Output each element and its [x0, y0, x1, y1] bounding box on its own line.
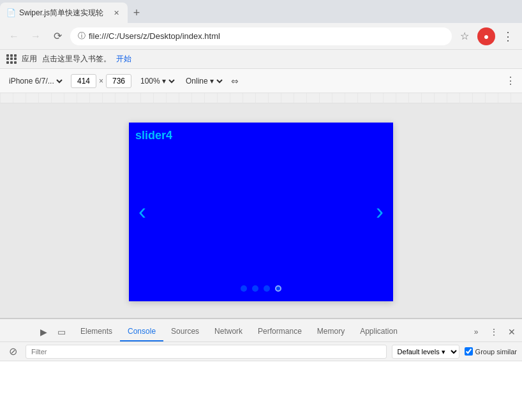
- tab-close-button[interactable]: ✕: [111, 8, 121, 18]
- slider-label: slider4: [135, 129, 172, 142]
- close-devtools-button[interactable]: ✕: [504, 324, 519, 340]
- devtools-icons: » ⋮ ✕: [468, 324, 522, 341]
- apps-icon: [6, 54, 19, 64]
- tab-favicon: 📄: [6, 8, 15, 17]
- dot-2[interactable]: [252, 285, 258, 292]
- back-button[interactable]: ←: [5, 27, 23, 45]
- slider-next-button[interactable]: ›: [376, 199, 384, 225]
- bookmark-link[interactable]: 开始: [116, 54, 131, 64]
- filter-input[interactable]: [26, 345, 387, 359]
- devtools-tabs: ▶ ▭ Elements Console Sources Network Per…: [0, 319, 522, 342]
- more-tabs-button[interactable]: »: [468, 324, 484, 340]
- tab-performance[interactable]: Performance: [250, 322, 309, 341]
- address-field[interactable]: [89, 27, 444, 45]
- account-button[interactable]: ●: [477, 27, 495, 45]
- device-toolbar: iPhone 6/7/... × 100% ▾ Online ▾ ⇔ ⋮: [0, 69, 522, 93]
- width-input[interactable]: [71, 74, 96, 88]
- reload-button[interactable]: ⟳: [48, 27, 66, 45]
- viewport: slider4 ‹ ›: [0, 103, 522, 318]
- tab-elements[interactable]: Elements: [73, 322, 120, 341]
- dot-3[interactable]: [264, 285, 270, 292]
- security-icon: ⓘ: [78, 31, 86, 41]
- group-similar-label: Group similar: [475, 348, 517, 356]
- tab-console[interactable]: Console: [120, 322, 163, 341]
- dimension-separator: ×: [99, 77, 103, 86]
- devtools-content: [0, 361, 522, 420]
- active-tab[interactable]: 📄 Swiper.js简单快速实现轮 ✕: [0, 3, 128, 23]
- devtools-left-icons: ▶ ▭: [32, 324, 73, 341]
- slider-container: slider4 ‹ ›: [129, 123, 393, 301]
- log-level-select[interactable]: Default levels ▾: [392, 345, 459, 359]
- devtools-toolbar: ⊘ Default levels ▾ Group similar: [0, 342, 522, 361]
- height-input[interactable]: [106, 74, 131, 88]
- ruler-horizontal: [0, 93, 522, 103]
- group-similar-checkbox-group: Group similar: [465, 347, 517, 356]
- dot-1[interactable]: [241, 285, 247, 292]
- phone-viewport: slider4 ‹ ›: [129, 123, 393, 301]
- group-similar-checkbox[interactable]: [465, 347, 473, 356]
- tab-memory[interactable]: Memory: [309, 322, 352, 341]
- bookmarks-bar: 应用 点击这里导入书签。 开始: [0, 50, 522, 69]
- tab-application[interactable]: Application: [352, 322, 405, 341]
- more-options-button[interactable]: ⋮: [505, 75, 516, 87]
- network-select[interactable]: Online ▾: [183, 76, 225, 86]
- bookmark-star-button[interactable]: ☆: [456, 27, 474, 45]
- slider-prev-button[interactable]: ‹: [138, 199, 146, 225]
- slider-dots: [241, 285, 281, 292]
- browser-frame: 📄 Swiper.js简单快速实现轮 ✕ + ← → ⟳ ⓘ ☆ ● ⋮ 应用 …: [0, 0, 522, 420]
- clear-console-button[interactable]: ⊘: [5, 344, 20, 359]
- device-select[interactable]: iPhone 6/7/...: [6, 76, 64, 86]
- inspect-element-button[interactable]: ▶: [36, 324, 51, 340]
- rotate-icon[interactable]: ⇔: [231, 76, 239, 86]
- address-input-container[interactable]: ⓘ: [70, 27, 452, 45]
- bookmark-prompt: 点击这里导入书签。: [42, 54, 111, 64]
- apps-label: 应用: [22, 54, 37, 64]
- forward-button[interactable]: →: [27, 27, 45, 45]
- menu-button[interactable]: ⋮: [499, 27, 517, 45]
- ruler: [0, 93, 522, 103]
- dimension-box: ×: [71, 74, 131, 88]
- address-bar: ← → ⟳ ⓘ ☆ ● ⋮: [0, 23, 522, 50]
- tab-bar: 📄 Swiper.js简单快速实现轮 ✕ +: [0, 0, 522, 23]
- tab-title: Swiper.js简单快速实现轮: [19, 8, 107, 19]
- tab-sources[interactable]: Sources: [163, 322, 207, 341]
- device-mode-button[interactable]: ▭: [54, 324, 69, 340]
- dot-4[interactable]: [275, 285, 281, 292]
- apps-button[interactable]: 应用: [6, 54, 37, 64]
- devtools-panel: ▶ ▭ Elements Console Sources Network Per…: [0, 318, 522, 420]
- settings-button[interactable]: ⋮: [486, 324, 502, 340]
- zoom-select[interactable]: 100% ▾: [138, 76, 177, 86]
- new-tab-button[interactable]: +: [128, 4, 145, 22]
- tab-network[interactable]: Network: [207, 322, 250, 341]
